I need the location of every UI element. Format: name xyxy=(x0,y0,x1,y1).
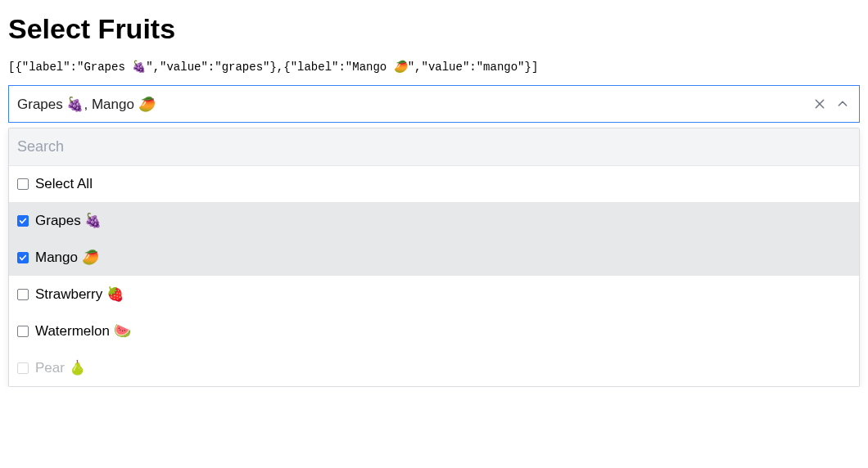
options-list[interactable]: Select All Grapes 🍇 Mango 🥭 Strawberry 🍓 xyxy=(9,166,859,386)
selection-json-output: [{"label":"Grapes 🍇","value":"grapes"},{… xyxy=(8,60,860,74)
option-label: Grapes 🍇 xyxy=(35,212,102,229)
option-label: Watermelon 🍉 xyxy=(35,322,131,340)
option-strawberry[interactable]: Strawberry 🍓 xyxy=(9,276,859,313)
multiselect-toggle[interactable]: Grapes 🍇, Mango 🥭 xyxy=(8,85,860,123)
option-label: Strawberry 🍓 xyxy=(35,286,124,303)
option-mango[interactable]: Mango 🥭 xyxy=(9,239,859,276)
option-label: Pear 🍐 xyxy=(35,359,86,376)
option-pear: Pear 🍐 xyxy=(9,349,859,386)
select-all-option[interactable]: Select All xyxy=(9,166,859,202)
checkbox-icon xyxy=(17,289,29,300)
option-watermelon[interactable]: Watermelon 🍉 xyxy=(9,313,859,349)
search-input[interactable] xyxy=(9,128,859,165)
select-all-label: Select All xyxy=(35,176,93,192)
clear-icon[interactable] xyxy=(811,96,828,112)
checkbox-icon xyxy=(17,326,29,337)
checkbox-icon xyxy=(17,178,29,190)
checkbox-icon xyxy=(17,252,29,263)
page-title: Select Fruits xyxy=(8,13,860,45)
search-container xyxy=(9,128,859,166)
option-label: Mango 🥭 xyxy=(35,249,99,266)
fruit-multiselect: Grapes 🍇, Mango 🥭 Select All Grapes 🍇 xyxy=(8,85,860,387)
checkbox-icon xyxy=(17,362,29,374)
multiselect-dropdown: Select All Grapes 🍇 Mango 🥭 Strawberry 🍓 xyxy=(8,128,860,387)
chevron-up-icon[interactable] xyxy=(834,96,851,112)
option-grapes[interactable]: Grapes 🍇 xyxy=(9,202,859,239)
checkbox-icon xyxy=(17,215,29,227)
multiselect-display-value: Grapes 🍇, Mango 🥭 xyxy=(17,96,805,113)
